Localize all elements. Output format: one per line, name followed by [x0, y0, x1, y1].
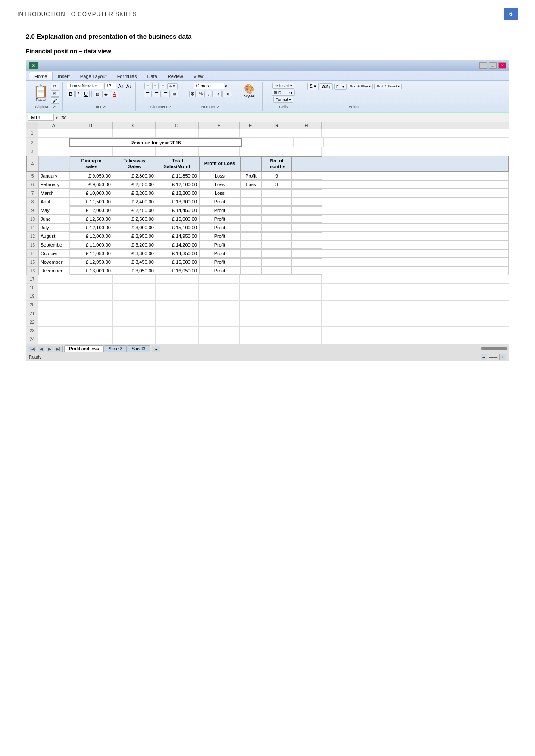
align-top-right-button[interactable]: ≡: [160, 83, 166, 89]
cell-10h[interactable]: [262, 215, 292, 223]
bold-button[interactable]: B: [67, 91, 75, 97]
cell-7b[interactable]: March: [39, 189, 70, 197]
cell-1a[interactable]: [38, 129, 69, 137]
ribbon-tab-home[interactable]: Home: [29, 72, 53, 80]
number-format-input[interactable]: [194, 83, 224, 89]
align-center-button[interactable]: ☰: [153, 91, 161, 97]
cell-16e[interactable]: £ 16,050.00: [156, 267, 199, 275]
cell-12b[interactable]: August: [39, 232, 70, 240]
cell-11h[interactable]: [262, 224, 292, 231]
cell-8f[interactable]: Profit: [199, 198, 240, 206]
cell-9i[interactable]: [292, 206, 322, 214]
cell-16d[interactable]: £ 3,050.00: [113, 267, 156, 275]
cell-19g[interactable]: [240, 292, 261, 300]
zoom-out-button[interactable]: –: [481, 354, 488, 360]
cell-6f[interactable]: Loss: [199, 181, 240, 188]
ribbon-tab-page-layout[interactable]: Page Layout: [75, 72, 112, 80]
cell-18h[interactable]: [261, 284, 291, 292]
delete-button[interactable]: ⊠ Delete ▾: [272, 90, 295, 96]
cell-24c[interactable]: [69, 335, 113, 344]
cell-21e[interactable]: [156, 309, 199, 318]
cell-12h[interactable]: [262, 232, 292, 240]
cell-6i[interactable]: [292, 181, 322, 188]
cell-11c[interactable]: £ 12,100.00: [70, 224, 113, 231]
cell-21h[interactable]: [261, 309, 291, 318]
cell-8e[interactable]: £ 13,900.00: [156, 198, 199, 206]
font-shrink-icon[interactable]: A↓: [125, 83, 133, 89]
cell-5i[interactable]: [292, 172, 322, 180]
cell-8d[interactable]: £ 2,400.00: [113, 198, 156, 206]
cell-16g[interactable]: [240, 267, 262, 275]
cell-20e[interactable]: [156, 301, 199, 309]
cell-11f[interactable]: Profit: [199, 224, 240, 231]
cell-7g[interactable]: [240, 189, 262, 197]
cell-23f[interactable]: [199, 327, 240, 335]
cell-2g[interactable]: [263, 138, 294, 147]
cell-15b[interactable]: November: [39, 258, 70, 266]
cell-14f[interactable]: Profit: [199, 250, 240, 257]
sheet-tab-sheet2[interactable]: Sheet2: [104, 345, 127, 352]
align-right-button[interactable]: ☰: [162, 91, 170, 97]
cell-22b[interactable]: [38, 318, 69, 326]
cell-15f[interactable]: Profit: [199, 258, 240, 266]
cell-7f[interactable]: Loss: [199, 189, 240, 197]
cell-7d[interactable]: £ 2,200.00: [113, 189, 156, 197]
cell-14i[interactable]: [292, 250, 322, 257]
cell-6g[interactable]: Loss: [240, 181, 262, 188]
border-button[interactable]: ⊟: [94, 91, 101, 97]
cell-8c[interactable]: £ 11,500.00: [70, 198, 113, 206]
cell-13e[interactable]: £ 14,200.00: [156, 241, 199, 249]
cell-20d[interactable]: [113, 301, 156, 309]
cell-2a[interactable]: [38, 138, 69, 147]
cell-6e[interactable]: £ 12,100.00: [156, 181, 199, 188]
cell-8g[interactable]: [240, 198, 262, 206]
cell-7h[interactable]: [262, 189, 292, 197]
cell-6b[interactable]: February: [39, 181, 70, 188]
cell-17f[interactable]: [199, 275, 240, 283]
sheet-nav-prev[interactable]: ◀: [38, 346, 45, 352]
percent-button[interactable]: %: [197, 91, 205, 97]
header-cell-g[interactable]: [240, 156, 262, 171]
cell-12c[interactable]: £ 12,000.00: [70, 232, 113, 240]
find-select-button[interactable]: Find & Select ▾: [374, 84, 402, 89]
cell-21c[interactable]: [69, 309, 113, 318]
cell-8b[interactable]: April: [39, 198, 70, 206]
font-name-input[interactable]: [67, 83, 103, 89]
cell-15e[interactable]: £ 15,500.00: [156, 258, 199, 266]
cell-18e[interactable]: [156, 284, 199, 292]
cell-19h[interactable]: [261, 292, 291, 300]
cell-24b[interactable]: [38, 335, 69, 344]
cell-23d[interactable]: [113, 327, 156, 335]
increase-decimal-button[interactable]: .0↑: [212, 91, 222, 97]
cell-16b[interactable]: December: [39, 267, 70, 275]
cell-1e[interactable]: [199, 129, 240, 137]
cell-3h[interactable]: [291, 147, 322, 156]
cell-8h[interactable]: [262, 198, 292, 206]
cell-24h[interactable]: [261, 335, 291, 344]
cell-12e[interactable]: £ 14,950.00: [156, 232, 199, 240]
name-box[interactable]: M18: [28, 114, 54, 121]
cell-22d[interactable]: [113, 318, 156, 326]
cell-9g[interactable]: [240, 206, 262, 214]
cell-5d[interactable]: £ 2,800.00: [113, 172, 156, 180]
cell-10d[interactable]: £ 2,500.00: [113, 215, 156, 223]
ribbon-tab-data[interactable]: Data: [142, 72, 162, 80]
cell-13b[interactable]: September: [39, 241, 70, 249]
cell-17i[interactable]: [291, 275, 322, 283]
cell-17h[interactable]: [261, 275, 291, 283]
cell-1g[interactable]: [261, 129, 291, 137]
cell-18g[interactable]: [240, 284, 261, 292]
cell-12d[interactable]: £ 2,950.00: [113, 232, 156, 240]
header-cell-e[interactable]: TotalSales/Month: [156, 156, 199, 171]
cell-14c[interactable]: £ 11,050.00: [70, 250, 113, 257]
cell-9c[interactable]: £ 12,000.00: [70, 206, 113, 214]
cell-5c[interactable]: £ 9,050.00: [70, 172, 113, 180]
cell-16i[interactable]: [292, 267, 322, 275]
cell-23h[interactable]: [261, 327, 291, 335]
merge-center-button[interactable]: ⊞: [171, 91, 178, 97]
cell-9h[interactable]: [262, 206, 292, 214]
cell-24d[interactable]: [113, 335, 156, 344]
paste-button[interactable]: 📋 Paste: [31, 84, 50, 103]
revenue-title-cell[interactable]: Revenue for year 2016: [69, 138, 242, 147]
cell-17c[interactable]: [69, 275, 113, 283]
